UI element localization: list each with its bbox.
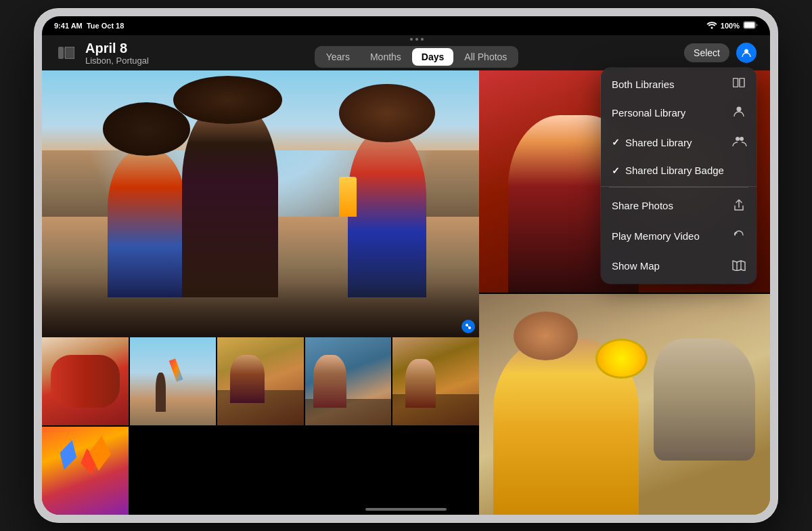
personal-library-icon [732,105,746,120]
svg-rect-3 [58,47,64,59]
sidebar-toggle-button[interactable] [55,42,77,64]
thumb-2[interactable] [130,337,217,425]
shared-library-badge-label: Shared Library Badge [625,165,724,176]
svg-point-0 [710,27,713,29]
thumb-4[interactable] [305,337,392,425]
status-bar: 9:41 AM Tue Oct 18 100% [42,16,770,35]
shared-library-icon [732,135,746,150]
svg-point-10 [737,107,742,112]
thumb-5[interactable] [392,337,479,425]
ipad-screen: 9:41 AM Tue Oct 18 100% [42,16,770,515]
nav-left: April 8 Lisbon, Portugal [55,41,149,66]
nav-center: Years Months Days All Photos [315,38,519,68]
menu-item-share-photos[interactable]: Share Photos [601,190,757,221]
dots-indicator [410,38,424,41]
thumb-6[interactable] [42,427,129,515]
svg-rect-8 [734,79,738,87]
select-button[interactable]: Select [684,43,729,62]
share-photos-icon [732,198,746,214]
person-button[interactable] [736,43,757,63]
status-time: 9:41 AM Tue Oct 18 [54,22,124,30]
date-title: April 8 [85,41,149,56]
right-bottom-photo[interactable] [479,294,770,515]
tab-all-photos[interactable]: All Photos [455,48,516,66]
svg-rect-4 [65,47,74,59]
date-info: April 8 Lisbon, Portugal [85,41,149,66]
home-indicator [365,508,447,511]
battery-percentage: 100% [721,22,740,30]
svg-rect-2 [744,22,755,28]
nav-right: Select [684,43,757,63]
svg-point-11 [736,137,740,141]
top-nav: April 8 Lisbon, Portugal Years Mont [42,35,770,70]
menu-item-show-map[interactable]: Show Map [601,251,757,281]
tab-days[interactable]: Days [412,48,453,66]
svg-rect-9 [740,79,744,87]
battery-icon [743,21,758,30]
bottom-photo-row [42,337,479,515]
tab-months[interactable]: Months [361,48,411,66]
date-location: Lisbon, Portugal [85,56,149,66]
tab-group[interactable]: Years Months Days All Photos [315,46,519,68]
menu-item-both-libraries[interactable]: Both Libraries [601,70,757,98]
play-memory-label: Play Memory Video [612,230,700,242]
ipad-frame: 9:41 AM Tue Oct 18 100% [34,8,778,523]
menu-item-personal-library[interactable]: Personal Library [601,98,757,127]
menu-section-actions: Share Photos Play Memory Video [601,188,757,284]
both-libraries-icon [732,78,746,90]
wifi-icon [706,21,717,30]
shared-badge [461,320,475,333]
play-memory-icon [732,229,746,244]
show-map-icon [732,259,746,274]
dropdown-menu: Both Libraries Personal Library [601,68,757,284]
menu-item-shared-library-badge[interactable]: ✓ Shared Library Badge [601,157,757,184]
status-indicators: 100% [706,21,758,30]
main-photo[interactable] [42,70,479,337]
menu-item-shared-library[interactable]: ✓ Shared Library [601,127,757,157]
tab-years[interactable]: Years [317,48,359,66]
thumb-1[interactable] [42,337,129,425]
menu-item-play-memory-video[interactable]: Play Memory Video [601,221,757,251]
thumb-3[interactable] [217,337,304,425]
menu-section-library: Both Libraries Personal Library [601,68,757,187]
photos-app: 9:41 AM Tue Oct 18 100% [42,16,770,515]
svg-point-12 [740,137,744,141]
